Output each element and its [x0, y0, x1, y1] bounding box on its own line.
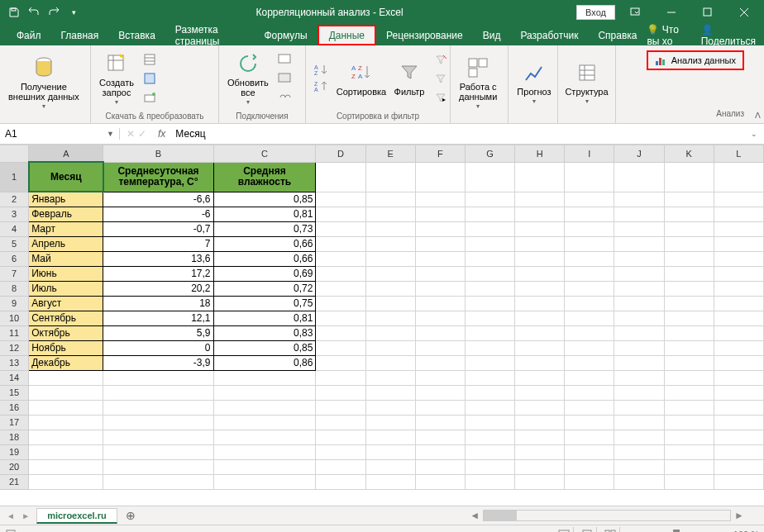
cell[interactable] [465, 162, 514, 192]
cell[interactable] [714, 385, 763, 400]
cell[interactable]: 0,81 [213, 207, 316, 221]
cell[interactable] [515, 474, 565, 489]
cell[interactable] [29, 444, 103, 459]
collapse-ribbon-button[interactable]: ᐱ [755, 111, 761, 120]
cell[interactable] [515, 459, 565, 474]
cell[interactable]: Ноябрь [29, 340, 103, 355]
cell[interactable] [365, 370, 415, 385]
cell[interactable] [415, 281, 465, 296]
cell[interactable] [515, 296, 565, 311]
cell[interactable] [213, 385, 316, 400]
enter-formula-button[interactable]: ✓ [138, 128, 146, 140]
cell[interactable] [316, 281, 365, 296]
cell[interactable]: Январь [29, 192, 103, 207]
cell[interactable] [515, 415, 565, 430]
tab-developer[interactable]: Разработчик [510, 25, 588, 45]
refresh-all-button[interactable]: Обновить все ▾ [224, 50, 272, 108]
cell[interactable] [565, 415, 614, 430]
cell[interactable] [213, 415, 316, 430]
cell[interactable] [415, 207, 465, 221]
add-sheet-button[interactable]: ⊕ [117, 509, 144, 522]
cell[interactable] [365, 385, 415, 400]
cell[interactable] [365, 400, 415, 415]
row-header[interactable]: 1 [0, 162, 29, 192]
record-macro-button[interactable] [5, 529, 17, 533]
cell[interactable]: Апрель [29, 236, 103, 251]
cell[interactable] [565, 400, 614, 415]
cell[interactable] [415, 400, 465, 415]
cell[interactable] [316, 355, 365, 370]
cell[interactable]: -3,9 [103, 355, 213, 370]
login-button[interactable]: Вход [576, 5, 615, 20]
cell[interactable] [664, 221, 714, 236]
cell[interactable] [316, 236, 365, 251]
zoom-level[interactable]: 100 % [733, 530, 759, 533]
cell[interactable] [365, 192, 415, 207]
cell[interactable] [664, 296, 714, 311]
cell[interactable] [714, 266, 763, 281]
cell[interactable] [316, 251, 365, 266]
cell[interactable] [465, 415, 514, 430]
row-header[interactable]: 3 [0, 207, 29, 221]
cell[interactable] [664, 355, 714, 370]
maximize-button[interactable] [691, 1, 724, 24]
cell[interactable] [316, 430, 365, 444]
cell[interactable]: 0,66 [213, 251, 316, 266]
cancel-formula-button[interactable]: ✕ [127, 128, 135, 140]
cell[interactable] [515, 444, 565, 459]
tab-file[interactable]: Файл [7, 25, 51, 45]
cell[interactable] [316, 325, 365, 340]
cell[interactable] [714, 236, 763, 251]
cell[interactable] [614, 444, 664, 459]
tab-data[interactable]: Данные [318, 25, 376, 45]
cell[interactable] [614, 415, 664, 430]
cell[interactable] [614, 281, 664, 296]
ribbon-options-button[interactable] [618, 1, 652, 24]
column-header[interactable]: J [614, 145, 664, 162]
cell[interactable] [614, 207, 664, 221]
column-header[interactable]: C [213, 145, 316, 162]
cell[interactable]: 0,81 [213, 311, 316, 325]
cell[interactable] [316, 221, 365, 236]
column-header[interactable]: B [103, 145, 213, 162]
cell[interactable]: Сентябрь [29, 311, 103, 325]
cell[interactable] [515, 325, 565, 340]
qat-customize[interactable]: ▾ [64, 3, 83, 21]
cell[interactable] [103, 400, 213, 415]
outline-button[interactable]: Структура ▾ [563, 59, 610, 107]
cell[interactable] [365, 355, 415, 370]
cell[interactable]: Август [29, 296, 103, 311]
cell[interactable] [515, 236, 565, 251]
cell[interactable] [515, 207, 565, 221]
zoom-out-button[interactable]: − [625, 530, 630, 533]
row-header[interactable]: 9 [0, 296, 29, 311]
cell[interactable]: 0,72 [213, 281, 316, 296]
cell[interactable] [316, 459, 365, 474]
row-header[interactable]: 7 [0, 266, 29, 281]
cell[interactable] [614, 385, 664, 400]
row-header[interactable]: 19 [0, 444, 29, 459]
column-header[interactable]: A [29, 145, 103, 162]
cell[interactable] [565, 236, 614, 251]
cell[interactable] [415, 251, 465, 266]
cell[interactable] [664, 415, 714, 430]
cell[interactable] [465, 474, 514, 489]
row-header[interactable]: 5 [0, 236, 29, 251]
cell[interactable]: Декабрь [29, 355, 103, 370]
cell[interactable] [365, 221, 415, 236]
cell[interactable] [664, 192, 714, 207]
data-tools-button[interactable]: Работа с данными ▾ [456, 54, 500, 112]
cell[interactable] [415, 236, 465, 251]
cell[interactable] [664, 444, 714, 459]
cell[interactable] [614, 340, 664, 355]
cell[interactable]: Февраль [29, 207, 103, 221]
cell[interactable] [664, 474, 714, 489]
cell[interactable]: 20,2 [103, 281, 213, 296]
cell[interactable] [365, 444, 415, 459]
cell[interactable]: 0 [103, 340, 213, 355]
cell[interactable] [664, 459, 714, 474]
cell[interactable] [415, 415, 465, 430]
cell[interactable] [365, 311, 415, 325]
cell[interactable]: 0,69 [213, 266, 316, 281]
cell[interactable] [316, 370, 365, 385]
